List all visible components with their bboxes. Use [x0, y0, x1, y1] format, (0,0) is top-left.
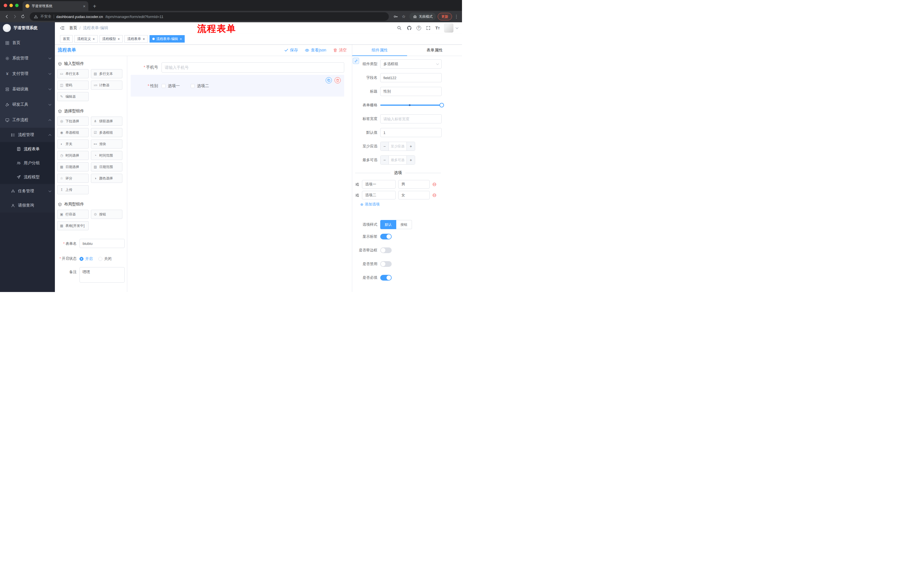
option-name-input[interactable]	[362, 191, 396, 199]
palette-item-time-range[interactable]: ◔时间范围	[91, 151, 122, 160]
github-icon[interactable]	[406, 25, 412, 31]
sidebar-item-workflow[interactable]: 工作流程	[0, 112, 55, 128]
sidebar-item-task-management[interactable]: 任务管理	[0, 184, 55, 198]
option-name-input[interactable]	[362, 180, 396, 189]
close-icon[interactable]: ×	[143, 37, 145, 41]
max-select-value[interactable]: 最多可选	[389, 156, 406, 164]
tab-close-icon[interactable]: ×	[83, 4, 86, 8]
form-canvas[interactable]: *手机号	[127, 56, 352, 292]
avatar[interactable]	[444, 23, 454, 33]
sidebar-item-system[interactable]: 系统管理	[0, 51, 55, 66]
tab-component-props[interactable]: 组件属性	[352, 44, 407, 56]
tab-process-model[interactable]: 流程模型 ×	[99, 35, 123, 43]
increase-button[interactable]: +	[406, 142, 415, 151]
window-close-button[interactable]	[4, 4, 7, 7]
palette-item-cascader[interactable]: ⋔级联选择	[91, 117, 122, 126]
palette-item-password[interactable]: ◫密码	[57, 81, 89, 90]
sidebar-item-process-form[interactable]: 流程表单	[0, 142, 55, 156]
browser-update-button[interactable]: 更新	[438, 13, 452, 20]
star-icon[interactable]: ☆	[400, 13, 408, 21]
palette-item-switch[interactable]: ◐开关	[57, 140, 89, 148]
phone-input[interactable]	[162, 62, 344, 72]
palette-item-upload[interactable]: ↥上传	[57, 185, 89, 194]
remove-option-icon[interactable]: ⊖	[432, 182, 437, 187]
required-toggle[interactable]	[380, 275, 392, 281]
font-size-icon[interactable]: TT	[436, 25, 440, 30]
address-bar[interactable]: 不安全 dashboard.yudao.iocoder.cn/bpm/manag…	[30, 12, 389, 21]
search-icon[interactable]	[396, 25, 402, 31]
key-icon[interactable]	[392, 13, 400, 21]
save-button[interactable]: 保存	[284, 48, 298, 53]
palette-item-editor[interactable]: ✎编辑器	[57, 92, 89, 101]
palette-item-counter[interactable]: 123计数器	[91, 81, 122, 90]
label-width-input[interactable]	[380, 114, 442, 123]
close-icon[interactable]: ×	[92, 37, 95, 41]
tab-process-form[interactable]: 流程表单 ×	[124, 35, 148, 43]
reload-icon[interactable]	[19, 13, 27, 21]
browser-menu-icon[interactable]: ⋮	[454, 14, 459, 19]
window-zoom-button[interactable]	[15, 4, 18, 7]
palette-item-row-container[interactable]: ▣行容器	[57, 210, 89, 219]
decrease-button[interactable]: −	[381, 142, 389, 151]
status-closed-radio[interactable]: 关闭	[98, 256, 112, 262]
tab-form-props[interactable]: 表单属性	[407, 44, 462, 56]
palette-item-time-picker[interactable]: ◷时间选择	[57, 151, 89, 160]
palette-item-date-picker[interactable]: ▦日期选择	[57, 162, 89, 171]
back-icon[interactable]	[3, 13, 11, 21]
menu-fold-icon[interactable]	[59, 25, 64, 31]
palette-item-date-range[interactable]: ▧日期范围	[91, 162, 122, 171]
gender-option-2[interactable]: 选项二	[191, 84, 209, 89]
sidebar-item-devtools[interactable]: 研发工具	[0, 97, 55, 112]
link-icon[interactable]	[353, 58, 359, 64]
form-name-input[interactable]	[79, 239, 125, 248]
palette-item-color-picker[interactable]: ◑颜色选择	[91, 174, 122, 183]
add-option-button[interactable]: ⊕ 添加选项	[360, 202, 462, 207]
component-type-select[interactable]: 多选框组	[380, 59, 442, 69]
palette-item-textarea[interactable]: ▤多行文本	[91, 69, 122, 78]
option-value-input[interactable]	[398, 180, 430, 189]
disabled-toggle[interactable]	[380, 261, 392, 267]
form-remark-input[interactable]: 嘿嘿	[79, 267, 125, 283]
drag-handle-icon[interactable]	[355, 193, 360, 197]
gender-option-1[interactable]: 选项一	[162, 84, 180, 89]
palette-item-select[interactable]: ◎下拉选择	[57, 117, 89, 126]
slider-track[interactable]	[380, 105, 442, 106]
close-icon[interactable]: ×	[180, 37, 182, 41]
status-open-radio[interactable]: 开启	[79, 256, 92, 262]
delete-widget-button[interactable]	[335, 77, 341, 84]
phone-field-row[interactable]: *手机号	[130, 62, 344, 72]
browser-tab[interactable]: 芋道管理系统 ×	[23, 1, 88, 11]
sidebar-item-home[interactable]: 首页	[0, 35, 55, 51]
palette-item-rate[interactable]: ☆评分	[57, 174, 89, 183]
help-icon[interactable]: ?	[417, 26, 421, 30]
copy-widget-button[interactable]	[326, 77, 332, 84]
show-label-toggle[interactable]	[380, 234, 392, 239]
breadcrumb-home[interactable]: 首页	[69, 25, 77, 31]
border-toggle[interactable]	[380, 247, 392, 253]
palette-item-button[interactable]: ⊙按钮	[91, 210, 122, 219]
tab-process-form-edit[interactable]: 流程表单-编辑 ×	[150, 35, 185, 43]
min-select-value[interactable]: 至少应选	[389, 142, 406, 151]
field-name-input[interactable]	[380, 73, 442, 82]
palette-item-single-text[interactable]: ▭单行文本	[57, 69, 89, 78]
sidebar-item-user-group[interactable]: 用户分组	[0, 156, 55, 170]
view-json-button[interactable]: 查看json	[305, 48, 326, 53]
grid-slider[interactable]	[380, 100, 442, 110]
tab-process-definition[interactable]: 流程定义 ×	[74, 35, 98, 43]
palette-item-table[interactable]: ▦表格[开发中]	[57, 221, 89, 230]
option-style-default[interactable]: 默认	[380, 220, 396, 229]
sidebar-item-leave-query[interactable]: 请假查询	[0, 198, 55, 212]
palette-item-radio-group[interactable]: ◉单选框组	[57, 128, 89, 137]
slider-handle[interactable]	[439, 103, 444, 107]
forward-icon[interactable]	[11, 13, 19, 21]
default-value-input[interactable]	[380, 128, 442, 137]
palette-item-checkbox-group[interactable]: ☑多选框组	[91, 128, 122, 137]
sidebar-item-payment[interactable]: ¥ 支付管理	[0, 66, 55, 81]
increase-button[interactable]: +	[406, 156, 415, 164]
window-minimize-button[interactable]	[10, 4, 13, 7]
clear-button[interactable]: 清空	[333, 48, 347, 53]
new-tab-button[interactable]: +	[93, 3, 96, 9]
decrease-button[interactable]: −	[381, 156, 389, 164]
remove-option-icon[interactable]: ⊖	[432, 192, 437, 198]
close-icon[interactable]: ×	[118, 37, 120, 41]
